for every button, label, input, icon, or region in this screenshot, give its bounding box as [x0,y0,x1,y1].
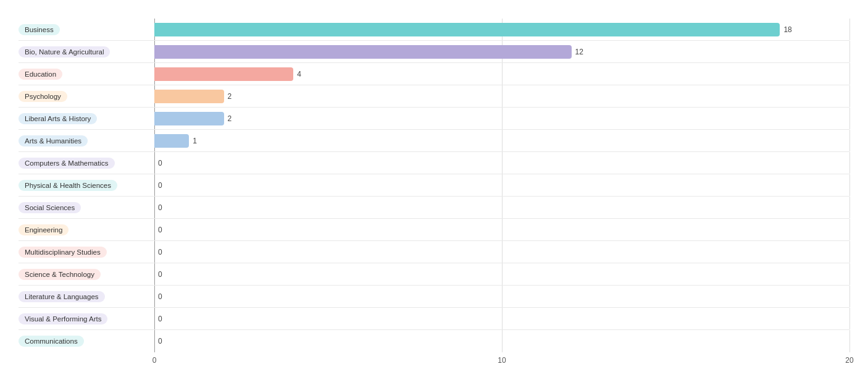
bar-label-area: Business [19,19,154,40]
bar-label-area: Communications [19,330,154,352]
grid-line [502,330,503,352]
bar-row: Science & Technology0 [19,263,849,286]
grid-line [154,152,155,174]
bar-label-area: Social Sciences [19,197,154,218]
grid-line [849,41,850,62]
x-axis-tick-label: 10 [498,356,506,365]
grid-line [502,85,503,107]
bar-row: Liberal Arts & History2 [19,108,849,130]
bar-fill [154,134,189,148]
grid-line [849,197,850,218]
bar-label-area: Education [19,63,154,85]
bar-value-label: 2 [228,92,232,101]
bar-row: Physical & Health Sciences0 [19,174,849,197]
bar-value-label: 0 [158,315,162,323]
bar-row: Engineering0 [19,219,849,241]
bar-label: Science & Technology [19,269,101,280]
bar-label: Literature & Languages [19,291,105,302]
grid-line [502,130,503,151]
x-axis: 01020 [154,352,849,367]
bar-fill [154,90,224,103]
bar-row: Business18 [19,19,849,41]
bar-value-label: 0 [158,248,162,256]
grid-line [154,219,155,240]
bar-label-area: Computers & Mathematics [19,152,154,174]
bar-track: 0 [154,241,849,263]
bar-value-label: 2 [228,114,232,123]
bar-value-label: 0 [158,226,162,234]
bar-track: 0 [154,197,849,218]
bar-label: Business [19,24,60,35]
chart-area: Business18Bio, Nature & Agricultural12Ed… [19,19,849,352]
grid-line [849,19,850,40]
bar-track: 0 [154,263,849,285]
bar-label: Arts & Humanities [19,135,88,146]
bar-label-area: Literature & Languages [19,286,154,307]
grid-line [502,108,503,129]
bar-track: 0 [154,152,849,174]
grid-line [154,174,155,196]
bar-row: Arts & Humanities1 [19,130,849,152]
grid-line [154,241,155,263]
grid-line [502,219,503,240]
bar-fill [154,23,780,36]
bar-value-label: 1 [193,137,197,145]
bar-row: Literature & Languages0 [19,286,849,308]
bar-row: Education4 [19,63,849,85]
grid-line [849,85,850,107]
bar-label: Visual & Performing Arts [19,313,107,324]
bar-value-label: 0 [158,337,162,345]
bar-value-label: 0 [158,159,162,167]
bar-label: Liberal Arts & History [19,113,97,124]
bar-label: Bio, Nature & Agricultural [19,46,110,57]
chart-container: Business18Bio, Nature & Agricultural12Ed… [19,19,849,367]
bar-track: 0 [154,308,849,329]
bar-row: Bio, Nature & Agricultural12 [19,41,849,63]
bar-label: Social Sciences [19,202,81,213]
grid-line [154,263,155,285]
bar-value-label: 0 [158,181,162,190]
bar-label: Physical & Health Sciences [19,180,117,191]
bar-value-label: 4 [297,70,301,78]
bar-track: 0 [154,219,849,240]
bar-track: 12 [154,41,849,62]
bar-track: 4 [154,63,849,85]
grid-line [502,241,503,263]
grid-line [849,152,850,174]
bar-value-label: 18 [783,25,791,34]
grid-line [154,286,155,307]
x-axis-tick-label: 0 [152,356,157,365]
bar-label-area: Engineering [19,219,154,240]
bar-label-area: Liberal Arts & History [19,108,154,129]
bar-value-label: 12 [575,48,583,56]
grid-line [849,308,850,329]
grid-line [849,174,850,196]
bar-row: Communications0 [19,330,849,352]
bar-label: Communications [19,336,84,347]
bar-label-area: Arts & Humanities [19,130,154,151]
bar-label: Computers & Mathematics [19,158,115,169]
grid-line [502,197,503,218]
grid-line [849,63,850,85]
bar-label-area: Bio, Nature & Agricultural [19,41,154,62]
grid-line [154,197,155,218]
grid-line [849,286,850,307]
bar-track: 0 [154,174,849,196]
bar-fill [154,112,224,125]
bar-track: 0 [154,330,849,352]
bar-row: Multidisciplinary Studies0 [19,241,849,263]
bar-fill [154,45,572,59]
bar-row: Social Sciences0 [19,197,849,219]
bar-label-area: Psychology [19,85,154,107]
bar-label: Multidisciplinary Studies [19,247,107,258]
bar-label: Engineering [19,224,69,235]
grid-line [502,174,503,196]
grid-line [154,308,155,329]
bar-label-area: Multidisciplinary Studies [19,241,154,263]
bar-label: Psychology [19,91,67,102]
bar-track: 0 [154,286,849,307]
grid-line [502,63,503,85]
bar-row: Visual & Performing Arts0 [19,308,849,330]
grid-line [502,286,503,307]
bar-track: 18 [154,19,849,40]
